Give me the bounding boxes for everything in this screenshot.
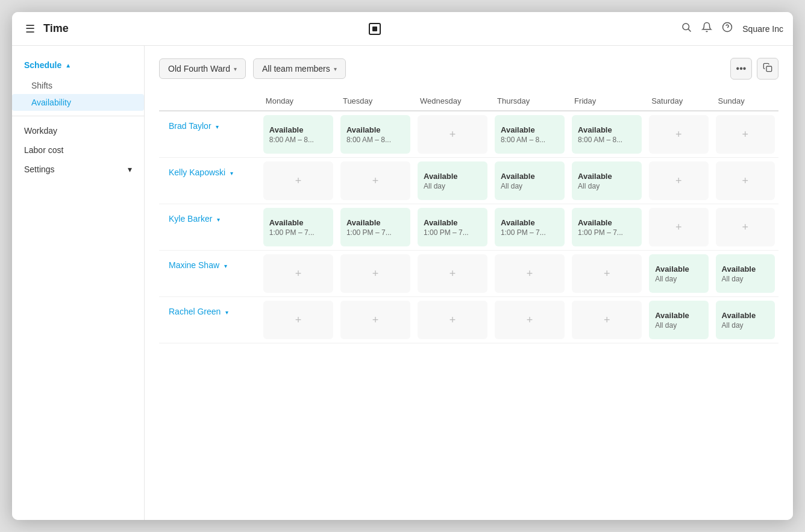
availability-cell[interactable]: Available 8:00 AM – 8... bbox=[495, 115, 565, 154]
availability-label: Available bbox=[346, 218, 404, 227]
employee-name[interactable]: Kyle Barker ▾ bbox=[163, 208, 256, 230]
add-shift-button[interactable]: + bbox=[340, 301, 410, 339]
more-options-button[interactable]: ••• bbox=[730, 58, 752, 80]
availability-cell[interactable]: Available 8:00 AM – 8... bbox=[263, 115, 333, 154]
availability-label: Available bbox=[501, 125, 559, 134]
availability-cell[interactable]: Available All day bbox=[572, 161, 642, 200]
availability-cell[interactable]: Available 1:00 PM – 7... bbox=[418, 208, 487, 246]
table-row: Rachel Green ▾+++++ Available All day Av… bbox=[159, 297, 778, 343]
availability-label: Available bbox=[722, 264, 769, 274]
employee-name[interactable]: Brad Taylor ▾ bbox=[163, 115, 256, 137]
add-shift-button[interactable]: + bbox=[572, 301, 642, 339]
cell-4-3[interactable]: + bbox=[491, 297, 568, 343]
cell-3-3[interactable]: + bbox=[491, 251, 568, 297]
cell-3-2[interactable]: + bbox=[414, 251, 491, 297]
availability-label: Available bbox=[501, 172, 559, 181]
add-shift-button[interactable]: + bbox=[263, 301, 333, 339]
availability-cell[interactable]: Available 1:00 PM – 7... bbox=[572, 208, 642, 246]
cell-4-0[interactable]: + bbox=[260, 297, 337, 343]
sidebar-item-workday[interactable]: Workday bbox=[12, 121, 144, 140]
cell-1-0[interactable]: + bbox=[260, 158, 337, 204]
cell-2-6[interactable]: + bbox=[712, 204, 778, 251]
location-chevron-icon: ▾ bbox=[234, 66, 237, 72]
availability-cell[interactable]: Available 8:00 AM – 8... bbox=[572, 115, 642, 154]
logo-area bbox=[69, 22, 681, 36]
availability-time: All day bbox=[578, 182, 636, 190]
employee-name[interactable]: Kelly Kapowski ▾ bbox=[163, 161, 256, 183]
cell-0-2[interactable]: + bbox=[414, 111, 491, 158]
team-chevron-icon: ▾ bbox=[334, 66, 337, 72]
toolbar-right: ••• bbox=[730, 58, 778, 80]
availability-cell[interactable]: Available 1:00 PM – 7... bbox=[263, 208, 333, 246]
main-content: Old Fourth Ward ▾ All team members ▾ ••• bbox=[145, 46, 793, 520]
add-shift-button[interactable]: + bbox=[418, 301, 487, 339]
cell-1-5[interactable]: + bbox=[645, 158, 712, 204]
copy-icon bbox=[763, 63, 772, 75]
table-row: Kelly Kapowski ▾++ Available All day Ava… bbox=[159, 158, 778, 204]
availability-cell[interactable]: Available 1:00 PM – 7... bbox=[495, 208, 565, 246]
add-shift-button[interactable]: + bbox=[716, 208, 775, 246]
sidebar-item-availability[interactable]: Availability bbox=[12, 94, 144, 111]
cell-2-5[interactable]: + bbox=[645, 204, 712, 251]
hamburger-icon[interactable]: ☰ bbox=[22, 19, 39, 39]
add-shift-button[interactable]: + bbox=[716, 115, 775, 154]
add-shift-button[interactable]: + bbox=[340, 161, 410, 200]
notifications-icon[interactable] bbox=[701, 22, 712, 36]
add-shift-button[interactable]: + bbox=[495, 301, 565, 339]
add-shift-button[interactable]: + bbox=[649, 208, 708, 246]
availability-time: All day bbox=[424, 182, 481, 190]
employee-chevron-icon: ▾ bbox=[225, 309, 228, 316]
employee-name[interactable]: Maxine Shaw ▾ bbox=[163, 254, 256, 276]
availability-label: Available bbox=[578, 125, 636, 134]
sidebar-item-settings[interactable]: Settings ▾ bbox=[12, 160, 144, 179]
cell-0-6[interactable]: + bbox=[712, 111, 778, 158]
help-icon[interactable] bbox=[722, 22, 733, 36]
availability-cell[interactable]: Available 8:00 AM – 8... bbox=[340, 115, 410, 154]
availability-cell[interactable]: Available All day bbox=[716, 301, 775, 339]
col-monday: Monday bbox=[260, 92, 337, 111]
availability-cell[interactable]: Available All day bbox=[418, 161, 487, 200]
cell-1-6[interactable]: + bbox=[712, 158, 778, 204]
add-shift-button[interactable]: + bbox=[649, 161, 708, 200]
cell-3-1[interactable]: + bbox=[337, 251, 414, 297]
col-friday: Friday bbox=[568, 92, 645, 111]
add-shift-button[interactable]: + bbox=[572, 254, 642, 293]
sidebar-item-labor-cost[interactable]: Labor cost bbox=[12, 140, 144, 160]
cell-0-5[interactable]: + bbox=[645, 111, 712, 158]
cell-3-0[interactable]: + bbox=[260, 251, 337, 297]
team-dropdown[interactable]: All team members ▾ bbox=[253, 58, 346, 79]
top-navigation: ☰ Time bbox=[12, 12, 793, 46]
svg-rect-6 bbox=[766, 66, 772, 72]
col-thursday: Thursday bbox=[491, 92, 568, 111]
location-dropdown[interactable]: Old Fourth Ward ▾ bbox=[159, 58, 246, 79]
col-tuesday: Tuesday bbox=[337, 92, 414, 111]
cell-1-1[interactable]: + bbox=[337, 158, 414, 204]
table-row: Brad Taylor ▾ Available 8:00 AM – 8... A… bbox=[159, 111, 778, 158]
cell-2-4: Available 1:00 PM – 7... bbox=[568, 204, 645, 251]
cell-3-4[interactable]: + bbox=[568, 251, 645, 297]
availability-label: Available bbox=[722, 311, 769, 320]
cell-4-2[interactable]: + bbox=[414, 297, 491, 343]
sidebar-item-shifts[interactable]: Shifts bbox=[12, 77, 144, 94]
cell-4-1[interactable]: + bbox=[337, 297, 414, 343]
col-wednesday: Wednesday bbox=[414, 92, 491, 111]
cell-4-4[interactable]: + bbox=[568, 297, 645, 343]
add-shift-button[interactable]: + bbox=[263, 254, 333, 293]
availability-cell[interactable]: Available All day bbox=[716, 254, 775, 293]
add-shift-button[interactable]: + bbox=[495, 254, 565, 293]
availability-cell[interactable]: Available All day bbox=[649, 301, 708, 339]
add-shift-button[interactable]: + bbox=[716, 161, 775, 200]
search-icon[interactable] bbox=[681, 22, 692, 36]
availability-cell[interactable]: Available 1:00 PM – 7... bbox=[340, 208, 410, 246]
sidebar-divider bbox=[12, 116, 144, 116]
add-shift-button[interactable]: + bbox=[649, 115, 708, 154]
sidebar-schedule-header[interactable]: Schedule ▲ bbox=[24, 60, 132, 70]
add-shift-button[interactable]: + bbox=[340, 254, 410, 293]
availability-cell[interactable]: Available All day bbox=[649, 254, 708, 293]
add-shift-button[interactable]: + bbox=[418, 254, 487, 293]
availability-cell[interactable]: Available All day bbox=[495, 161, 565, 200]
add-shift-button[interactable]: + bbox=[263, 161, 333, 200]
copy-button[interactable] bbox=[757, 58, 778, 80]
add-shift-button[interactable]: + bbox=[418, 115, 487, 154]
employee-name[interactable]: Rachel Green ▾ bbox=[163, 301, 256, 322]
